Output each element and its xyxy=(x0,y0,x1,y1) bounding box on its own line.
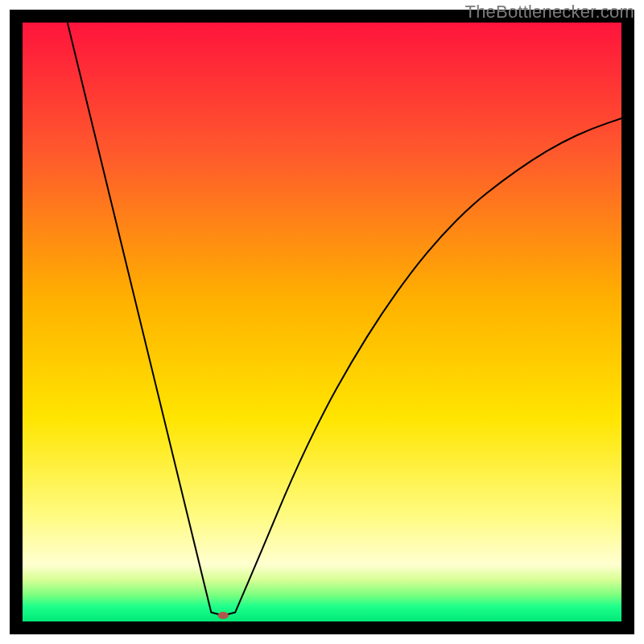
plot-background xyxy=(23,23,621,621)
attribution-text: TheBottlenecker.com xyxy=(465,2,634,23)
optimal-point-marker xyxy=(218,612,229,619)
bottleneck-chart xyxy=(0,0,644,644)
